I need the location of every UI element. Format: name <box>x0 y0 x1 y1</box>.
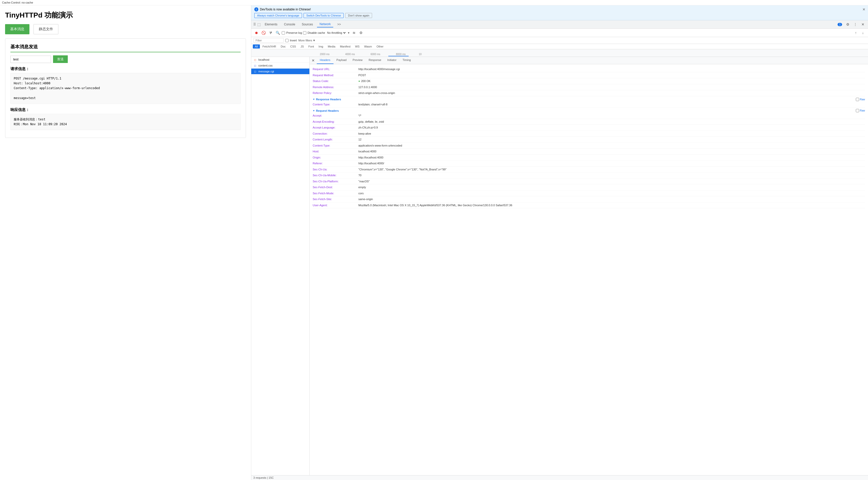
req-content-type: Content-Type: application/x-www-form-url… <box>313 143 865 149</box>
header-request-method: Request Method: POST <box>313 72 865 79</box>
header-status-code: Status Code: 200 OK <box>313 78 865 84</box>
message-section: 基本消息发送 发送 请求信息： POST /message.cgi HTTP/1… <box>5 38 246 138</box>
record-button[interactable]: ⏺ <box>253 30 259 36</box>
req-accept: Accept: */* <box>313 113 865 119</box>
network-body: ◻ localhost ◻ content.css ◻ message.cgi … <box>251 57 868 475</box>
invert-filter-label[interactable]: Invert <box>285 39 297 42</box>
import-icon[interactable]: ↑ <box>853 30 859 36</box>
notification-title: i DevTools is now available in Chinese! <box>254 7 865 11</box>
preserve-log-label[interactable]: Preserve log <box>282 31 302 34</box>
dont-show-button[interactable]: Don't show again <box>345 13 372 18</box>
static-file-button[interactable]: 静态文件 <box>33 24 58 34</box>
tab-payload[interactable]: Payload <box>334 57 350 64</box>
req-sec-ch-ua: Sec-Ch-Ua: "Chromium";v="130", "Google C… <box>313 167 865 173</box>
close-devtools-button[interactable]: ✕ <box>860 21 866 27</box>
filter-input[interactable] <box>253 38 284 43</box>
tab-timing[interactable]: Timing <box>400 57 414 64</box>
headers-content: Request URL: http://localhost:4000/messa… <box>310 64 868 210</box>
tab-preview[interactable]: Preview <box>349 57 366 64</box>
tab-console[interactable]: Console <box>281 22 298 27</box>
main-content: TinyHTTPd 功能演示 基本消息 静态文件 基本消息发送 发送 请求信息：… <box>0 5 251 480</box>
message-input[interactable] <box>10 56 51 63</box>
section-title: 基本消息发送 <box>10 44 241 52</box>
wifi-icon[interactable]: ≋ <box>351 30 357 36</box>
type-doc-button[interactable]: Doc <box>279 44 288 49</box>
invert-checkbox[interactable] <box>285 39 288 42</box>
tick-10: 10 <box>419 53 422 56</box>
req-user-agent: User-Agent: Mozilla/5.0 (Macintosh; Inte… <box>313 202 865 209</box>
filter-toolbar: Invert More filters ▼ <box>251 37 868 44</box>
tick-6000: 6000 ms <box>371 53 380 56</box>
filter-toggle-button[interactable]: ⧩ <box>268 30 274 36</box>
basic-message-button[interactable]: 基本消息 <box>5 24 29 34</box>
devtools-inspect-icon[interactable]: ⬚ <box>257 22 261 26</box>
request-content-css[interactable]: ◻ content.css <box>251 63 309 68</box>
type-ws-button[interactable]: WS <box>353 44 362 49</box>
response-headers-label[interactable]: Response Headers Raw <box>313 96 865 101</box>
cgi-icon: ◻ <box>253 69 257 73</box>
req-sec-ch-ua-platform: Sec-Ch-Ua-Platform: "macOS" <box>313 179 865 185</box>
req-origin: Origin: http://localhost:4000 <box>313 155 865 161</box>
tab-more[interactable]: >> <box>335 22 343 27</box>
html-icon: ◻ <box>253 58 257 61</box>
type-fetch-button[interactable]: Fetch/XHR <box>260 44 278 49</box>
close-detail-button[interactable]: ✕ <box>310 57 316 63</box>
raw-response-label: Raw <box>856 98 865 101</box>
timeline-bar <box>388 56 409 57</box>
search-button[interactable]: 🔍 <box>275 30 281 36</box>
type-wasm-button[interactable]: Wasm <box>362 44 374 49</box>
status-bar: 3 requests | 15C <box>251 475 868 480</box>
tab-elements[interactable]: Elements <box>262 22 280 27</box>
response-content-type: Content-Type: text/plain; charset=utf-8 <box>313 101 865 108</box>
more-filters-button[interactable]: More filters ▼ <box>299 39 315 42</box>
request-localhost[interactable]: ◻ localhost <box>251 57 309 63</box>
devtools-menu-icon[interactable]: ⠿ <box>253 22 256 26</box>
type-all-button[interactable]: All <box>253 44 260 49</box>
disable-cache-checkbox[interactable] <box>303 31 306 34</box>
request-message-cgi[interactable]: ◻ message.cgi <box>251 68 309 74</box>
type-media-button[interactable]: Media <box>326 44 337 49</box>
header-remote-address: Remote Address: 127.0.0.1:4000 <box>313 84 865 90</box>
request-headers-label[interactable]: Request Headers Raw <box>313 108 865 113</box>
throttle-select[interactable]: No throttling <box>326 31 346 34</box>
disable-cache-label[interactable]: Disable cache <box>303 31 325 34</box>
raw-response-checkbox[interactable] <box>856 98 859 101</box>
response-info: 服务器收到消息：test 时间：Mon Nov 18 11:09:20 2024 <box>10 114 241 130</box>
headers-tab-bar: ✕ Headers Payload Preview Response Initi… <box>310 57 868 64</box>
more-filters-chevron-icon: ▼ <box>313 39 315 42</box>
request-info: POST /message.cgi HTTP/1.1 Host: localho… <box>10 73 241 104</box>
switch-chinese-button[interactable]: Switch DevTools to Chinese <box>304 13 344 18</box>
tab-initiator[interactable]: Initiator <box>384 57 400 64</box>
type-js-button[interactable]: JS <box>299 44 306 49</box>
request-name: localhost <box>258 58 269 61</box>
type-font-button[interactable]: Font <box>306 44 316 49</box>
type-css-button[interactable]: CSS <box>288 44 298 49</box>
tab-response[interactable]: Response <box>366 57 384 64</box>
devtools-panel: i DevTools is now available in Chinese! … <box>251 5 868 480</box>
match-language-button[interactable]: Always match Chrome's language <box>254 13 302 18</box>
tab-headers[interactable]: Headers <box>317 57 334 64</box>
tab-sources[interactable]: Sources <box>299 22 315 27</box>
preserve-log-checkbox[interactable] <box>282 31 285 34</box>
notification-close-button[interactable]: ✕ <box>862 7 865 11</box>
requests-list: ◻ localhost ◻ content.css ◻ message.cgi <box>251 57 310 475</box>
request-name: content.css <box>258 64 273 67</box>
raw-request-checkbox[interactable] <box>856 109 859 112</box>
header-request-url: Request URL: http://localhost:4000/messa… <box>313 66 865 72</box>
type-other-button[interactable]: Other <box>374 44 385 49</box>
settings-icon[interactable]: ⚙ <box>845 21 851 27</box>
clear-button[interactable]: 🚫 <box>260 30 267 36</box>
notification-buttons: Always match Chrome's language Switch De… <box>254 13 865 18</box>
send-form: 发送 <box>10 55 241 63</box>
type-manifest-button[interactable]: Manifest <box>338 44 352 49</box>
type-filter-bar: All Fetch/XHR Doc CSS JS Font Img Media … <box>251 44 868 49</box>
export-icon[interactable]: ↓ <box>860 30 866 36</box>
req-sec-fetch-mode: Sec-Fetch-Mode: cors <box>313 190 865 197</box>
send-button[interactable]: 发送 <box>53 55 68 63</box>
type-img-button[interactable]: Img <box>316 44 325 49</box>
req-sec-fetch-site: Sec-Fetch-Site: same-origin <box>313 196 865 202</box>
network-settings-icon[interactable]: ⚙ <box>358 30 364 36</box>
info-icon: i <box>254 7 258 11</box>
more-options-icon[interactable]: ⋮ <box>852 21 858 27</box>
tab-network[interactable]: Network <box>317 21 333 27</box>
